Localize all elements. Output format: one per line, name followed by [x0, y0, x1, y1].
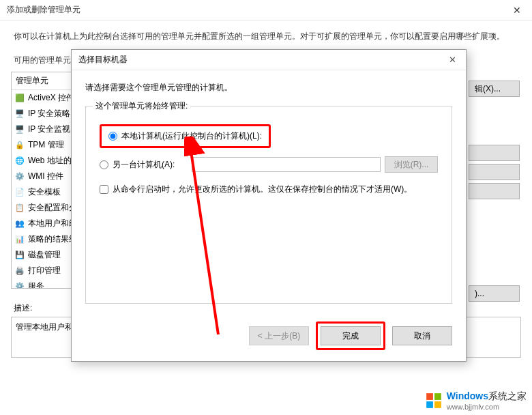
list-item-label: ActiveX 控件 — [28, 92, 74, 104]
list-item-label: TPM 管理 — [28, 139, 64, 151]
list-item[interactable]: 💾磁盘管理 — [12, 247, 73, 263]
security-icon: 📋 — [14, 203, 25, 214]
list-item[interactable]: 🌐Web 地址的 — [12, 153, 73, 169]
list-item-label: IP 安全策略 — [28, 108, 70, 119]
dialog-footer: < 上一步(B) 完成 取消 — [249, 321, 452, 350]
parent-titlebar: 添加或删除管理单元 ✕ — [0, 0, 532, 20]
move-down-button[interactable] — [469, 183, 520, 199]
description-value: 管理本地用户和 — [16, 322, 73, 332]
advanced-button[interactable]: )... — [469, 285, 520, 302]
back-button[interactable]: < 上一步(B) — [249, 326, 309, 345]
computer-groupbox: 这个管理单元将始终管理: 本地计算机(运行此控制台的计算机)(L): 另一台计算… — [85, 106, 452, 304]
watermark: Windows系统之家 www.bjjmlv.com — [425, 390, 527, 411]
list-item[interactable]: 👥本地用户和组 — [12, 216, 73, 231]
svg-rect-1 — [426, 393, 433, 400]
monitor-icon: 🖥️ — [14, 124, 25, 135]
finish-highlight: 完成 — [316, 321, 385, 350]
list-item-label: 安全配置和分 — [28, 202, 74, 214]
list-item-label: 磁盘管理 — [28, 249, 61, 261]
list-item[interactable]: ⚙️WMI 控件 — [12, 169, 73, 184]
list-item-label: 服务 — [28, 281, 44, 289]
watermark-url: www.bjjmlv.com — [447, 403, 527, 411]
web-icon: 🌐 — [14, 156, 25, 167]
list-item[interactable]: 🖥️IP 安全监视 — [12, 121, 73, 137]
local-computer-highlight: 本地计算机(运行此控制台的计算机)(L): — [100, 124, 271, 148]
list-item-label: 打印管理 — [28, 265, 61, 276]
list-item[interactable]: ⚙️服务 — [12, 278, 73, 289]
list-item[interactable]: 🔒TPM 管理 — [12, 137, 73, 153]
dialog-title: 选择目标机器 — [78, 54, 128, 66]
local-computer-radio[interactable] — [108, 132, 117, 141]
other-computer-row: 另一台计算机(A): 浏览(R)... — [100, 156, 438, 173]
groupbox-legend: 这个管理单元将始终管理: — [93, 100, 190, 112]
allow-change-checkbox[interactable] — [100, 185, 108, 194]
cancel-button[interactable]: 取消 — [392, 326, 452, 345]
close-icon[interactable]: ✕ — [501, 0, 532, 20]
list-item-label: 策略的结果组 — [28, 233, 74, 245]
list-item[interactable]: 📄安全模板 — [12, 184, 73, 200]
watermark-suffix: 系统之家 — [488, 390, 527, 401]
edit-extensions-button[interactable]: 辑(X)... — [469, 81, 520, 97]
svg-rect-4 — [434, 401, 441, 408]
other-computer-label: 另一台计算机(A): — [113, 159, 188, 171]
list-item[interactable]: 📊策略的结果组 — [12, 231, 73, 247]
svg-rect-3 — [426, 401, 433, 408]
finish-button[interactable]: 完成 — [321, 326, 381, 345]
template-icon: 📄 — [14, 187, 25, 198]
parent-description: 你可以在计算机上为此控制台选择可用的管理单元并配置所选的一组管理单元。对于可扩展… — [0, 20, 532, 52]
other-computer-input[interactable] — [192, 157, 381, 172]
close-icon[interactable]: ✕ — [439, 50, 466, 70]
column-header[interactable]: 管理单元 — [12, 72, 73, 90]
parent-title: 添加或删除管理单元 — [7, 4, 80, 16]
disk-icon: 💾 — [14, 250, 25, 261]
svg-rect-2 — [434, 393, 441, 400]
other-computer-radio[interactable] — [100, 160, 108, 169]
select-computer-dialog: 选择目标机器 ✕ 请选择需要这个管理单元管理的计算机。 这个管理单元将始终管理:… — [71, 49, 467, 362]
list-item[interactable]: 🖥️IP 安全策略 — [12, 106, 73, 121]
rsop-icon: 📊 — [14, 234, 25, 245]
activex-icon: 🟩 — [14, 93, 25, 104]
print-icon: 🖨️ — [14, 266, 25, 276]
windows-logo-icon — [425, 392, 443, 410]
list-item-label: WMI 控件 — [28, 171, 63, 182]
list-item[interactable]: 🖨️打印管理 — [12, 263, 73, 278]
list-item-label: 本地用户和组 — [28, 218, 74, 229]
browse-button[interactable]: 浏览(R)... — [385, 156, 438, 173]
wmi-icon: ⚙️ — [14, 171, 25, 182]
dialog-titlebar: 选择目标机器 ✕ — [72, 50, 466, 70]
list-item[interactable]: 🟩ActiveX 控件 — [12, 90, 73, 106]
watermark-brand: Windows — [447, 390, 488, 401]
dialog-instruction: 请选择需要这个管理单元管理的计算机。 — [85, 81, 452, 94]
users-icon: 👥 — [14, 218, 25, 229]
list-item[interactable]: 📋安全配置和分 — [12, 200, 73, 216]
move-up-button[interactable] — [469, 164, 520, 180]
list-item-label: IP 安全监视 — [28, 124, 70, 135]
local-computer-label: 本地计算机(运行此控制台的计算机)(L): — [121, 130, 262, 142]
allow-change-label: 从命令行启动时，允许更改所选的计算机。这仅在保存控制台的情况下才适用(W)。 — [113, 184, 412, 195]
list-item-label: 安全模板 — [28, 186, 61, 198]
service-icon: ⚙️ — [14, 281, 25, 289]
policy-icon: 🖥️ — [14, 109, 25, 119]
snapin-list[interactable]: 管理单元 🟩ActiveX 控件 🖥️IP 安全策略 🖥️IP 安全监视 🔒TP… — [11, 72, 74, 289]
remove-button[interactable] — [469, 145, 520, 161]
right-button-column: 辑(X)... )... — [469, 81, 520, 302]
list-item-label: Web 地址的 — [28, 155, 72, 167]
tpm-icon: 🔒 — [14, 140, 25, 151]
allow-change-row: 从命令行启动时，允许更改所选的计算机。这仅在保存控制台的情况下才适用(W)。 — [100, 184, 438, 195]
